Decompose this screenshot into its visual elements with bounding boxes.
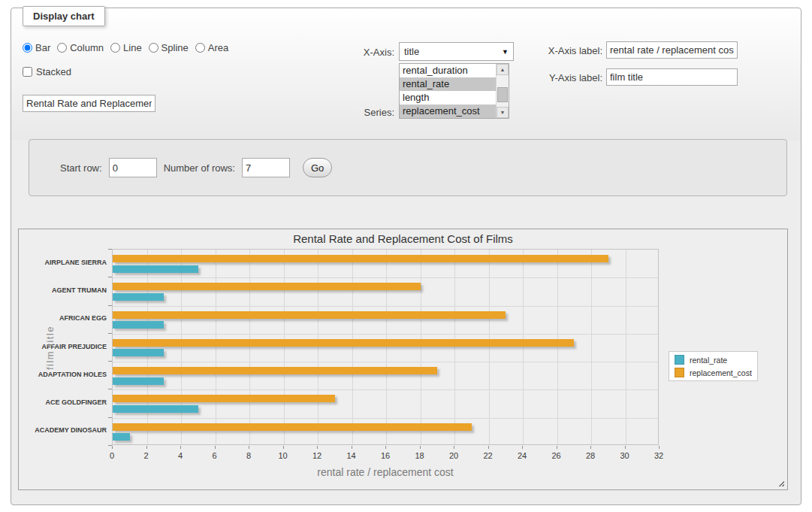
x-tick-label: 0 xyxy=(110,451,114,460)
series-listbox[interactable]: ▲ ▼ rental_durationrental_ratelengthrepl… xyxy=(399,63,509,119)
x-tick-label: 14 xyxy=(346,451,355,460)
series-option-rental_rate[interactable]: rental_rate xyxy=(400,77,509,91)
x-axis-select-label: X-Axis: xyxy=(331,47,394,58)
y-category-label: AFRICAN EGG xyxy=(20,314,107,322)
x-tick-label: 28 xyxy=(586,451,595,460)
chart-type-radio-label: Line xyxy=(123,42,142,53)
series-option-length[interactable]: length xyxy=(400,91,509,105)
chart-title: Rental Rate and Replacement Cost of Film… xyxy=(19,232,787,245)
x-tick xyxy=(590,446,591,449)
y-category-label: AGENT TRUMAN xyxy=(20,286,107,294)
scroll-up-icon[interactable]: ▲ xyxy=(497,64,509,75)
x-tick-label: 6 xyxy=(212,451,216,460)
y-tick xyxy=(108,361,112,362)
x-tick-label: 30 xyxy=(620,451,629,460)
page: Display chart BarColumnLineSplineArea St… xyxy=(0,0,812,512)
go-button[interactable]: Go xyxy=(303,158,332,177)
category-band xyxy=(113,277,658,305)
chart-type-radio-spline[interactable] xyxy=(149,43,158,53)
chart-type-radio-label: Spline xyxy=(161,42,189,53)
legend-entry-replacement_cost: replacement_cost xyxy=(675,368,752,377)
chart-type-radio-label: Column xyxy=(70,42,104,53)
x-tick-label: 16 xyxy=(381,451,390,460)
y-tick xyxy=(108,417,112,418)
x-tick-label: 32 xyxy=(654,451,663,460)
x-tick-label: 4 xyxy=(178,451,183,460)
x-tick xyxy=(488,446,489,449)
rental_rate-bar xyxy=(113,405,198,413)
replacement_cost-bar xyxy=(113,395,335,402)
legend-label: replacement_cost xyxy=(690,368,752,377)
replacement_cost-bar xyxy=(113,423,472,431)
series-listbox-label: Series: xyxy=(331,107,394,118)
category-band xyxy=(113,418,658,446)
category-band xyxy=(113,306,658,334)
num-rows-label: Number of rows: xyxy=(164,162,235,174)
start-row-input[interactable] xyxy=(109,158,157,177)
x-tick xyxy=(385,446,386,449)
rental_rate-bar xyxy=(113,433,130,441)
x-tick-label: 10 xyxy=(278,451,287,460)
replacement_cost-bar xyxy=(113,367,437,374)
y-tick xyxy=(108,389,112,389)
rental_rate-bar xyxy=(113,265,198,273)
chart-type-option-spline: Spline xyxy=(149,42,189,53)
listbox-scrollbar[interactable]: ▲ ▼ xyxy=(496,64,509,118)
series-option-rental_duration[interactable]: rental_duration xyxy=(400,64,509,77)
legend-entry-rental_rate: rental_rate xyxy=(675,355,752,365)
x-tick xyxy=(112,446,113,449)
category-band xyxy=(113,250,658,277)
start-row-label: Start row: xyxy=(60,162,102,174)
y-category-label: AFFAIR PREJUDICE xyxy=(20,343,107,350)
legend-label: rental_rate xyxy=(690,356,727,365)
plot-area xyxy=(112,249,659,445)
x-tick xyxy=(625,446,626,449)
fieldset-legend: Display chart xyxy=(23,6,105,26)
stacked-checkbox[interactable] xyxy=(23,67,32,77)
chart-type-radio-line[interactable] xyxy=(110,43,120,53)
chart-type-option-column: Column xyxy=(57,42,104,53)
category-band xyxy=(113,334,658,362)
x-tick xyxy=(215,446,216,449)
replacement_cost-bar xyxy=(113,255,608,262)
scroll-down-icon[interactable]: ▼ xyxy=(497,107,509,118)
chart-type-radio-bar[interactable] xyxy=(23,43,32,53)
y-axis-label-input[interactable] xyxy=(606,68,738,86)
x-tick xyxy=(420,446,421,449)
scrollbar-thumb[interactable] xyxy=(497,87,508,102)
stacked-checkbox-row: Stacked xyxy=(23,66,71,77)
chart-type-option-area: Area xyxy=(195,42,228,53)
x-tick-label: 22 xyxy=(483,451,492,460)
x-tick-label: 18 xyxy=(415,451,424,460)
rental_rate-bar xyxy=(113,293,164,301)
x-tick xyxy=(283,446,284,449)
rental_rate-bar xyxy=(113,377,164,385)
chart-type-radio-area[interactable] xyxy=(195,43,205,53)
x-axis-selected-value: title xyxy=(404,46,502,57)
x-tick-label: 24 xyxy=(518,451,527,460)
x-axis-title: rental rate / replacement cost xyxy=(112,466,659,478)
x-tick-label: 20 xyxy=(449,451,458,460)
chart-title-input[interactable] xyxy=(23,95,155,112)
x-tick xyxy=(454,446,454,449)
x-axis-label-input[interactable] xyxy=(606,41,738,59)
resize-grip-icon[interactable] xyxy=(777,479,784,486)
y-axis-title: film title xyxy=(44,299,56,397)
stacked-label: Stacked xyxy=(36,66,71,77)
replacement_cost-bar xyxy=(113,339,574,347)
legend-swatch xyxy=(675,355,684,365)
num-rows-input[interactable] xyxy=(242,158,290,177)
x-tick xyxy=(317,446,318,449)
chart-type-radio-column[interactable] xyxy=(57,43,67,53)
x-axis-select[interactable]: title ▼ xyxy=(399,42,514,61)
y-tick xyxy=(108,249,112,250)
rental_rate-bar xyxy=(113,349,164,356)
rental_rate-bar xyxy=(113,321,164,329)
x-tick xyxy=(146,446,147,449)
series-option-replacement_cost[interactable]: replacement_cost xyxy=(400,105,509,118)
chart-type-radio-group: BarColumnLineSplineArea xyxy=(23,42,228,53)
legend-swatch xyxy=(675,368,684,377)
row-range-box: Start row: Number of rows: Go xyxy=(29,139,787,196)
chart-type-radio-label: Bar xyxy=(35,42,50,53)
chart-type-option-bar: Bar xyxy=(23,42,50,53)
